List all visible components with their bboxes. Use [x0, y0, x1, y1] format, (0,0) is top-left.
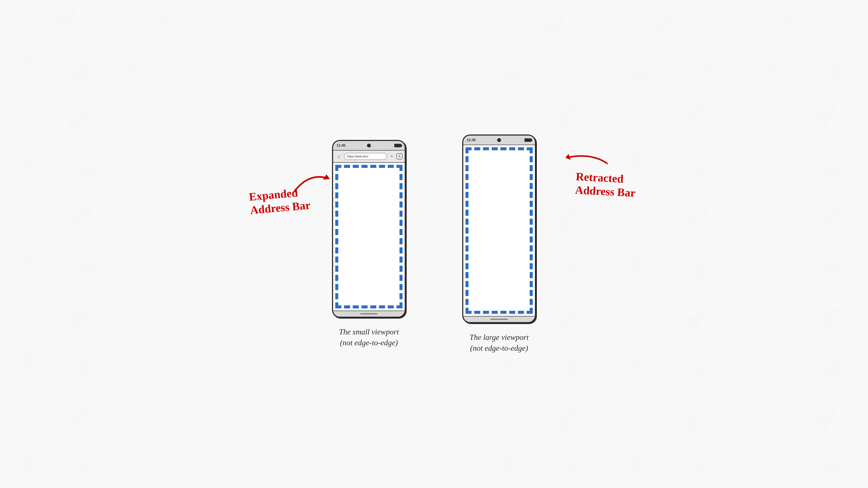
battery-left [394, 144, 401, 147]
home-bar-right [490, 319, 508, 320]
home-bar-left [360, 313, 378, 315]
battery-icon-left [394, 144, 401, 147]
camera-right [497, 138, 501, 142]
phone-right: 11:45 [462, 134, 536, 323]
phone-left: 11:45 ⌂ https://web.dev/ + 5 [332, 140, 406, 318]
tab-button-left[interactable]: 5 [397, 153, 403, 159]
retracted-arrow [556, 147, 608, 174]
status-bar-left: 11:45 [333, 141, 405, 151]
battery-right [525, 138, 531, 142]
time-left: 11:45 [337, 143, 345, 148]
home-indicator-left [333, 311, 405, 317]
phone-body-left [333, 163, 405, 311]
dashed-border-left [335, 165, 403, 308]
expanded-arrow [289, 159, 332, 196]
phone-left-wrapper: Expanded Address Bar 11:45 ⌂ https://we [332, 140, 406, 348]
dashed-border-right [465, 147, 533, 314]
plus-button-left[interactable]: + [389, 153, 395, 159]
address-bar-left[interactable]: ⌂ https://web.dev/ + 5 [333, 151, 405, 163]
home-indicator-right [463, 316, 535, 322]
caption-right: The large viewport (not edge-to-edge) [470, 332, 529, 354]
main-content: Expanded Address Bar 11:45 ⌂ https://we [0, 0, 868, 488]
caption-left: The small viewport (not edge-to-edge) [339, 326, 399, 348]
phone-body-right [463, 145, 535, 316]
home-button-left[interactable]: ⌂ [335, 153, 342, 160]
status-bar-right: 11:45 [463, 135, 535, 145]
phone-right-wrapper: Retracted Address Bar 11:45 [462, 134, 536, 354]
url-bar-left[interactable]: https://web.dev/ [344, 153, 387, 160]
battery-icon-right [525, 138, 531, 142]
camera-left [367, 143, 371, 148]
time-right: 11:45 [467, 138, 476, 142]
